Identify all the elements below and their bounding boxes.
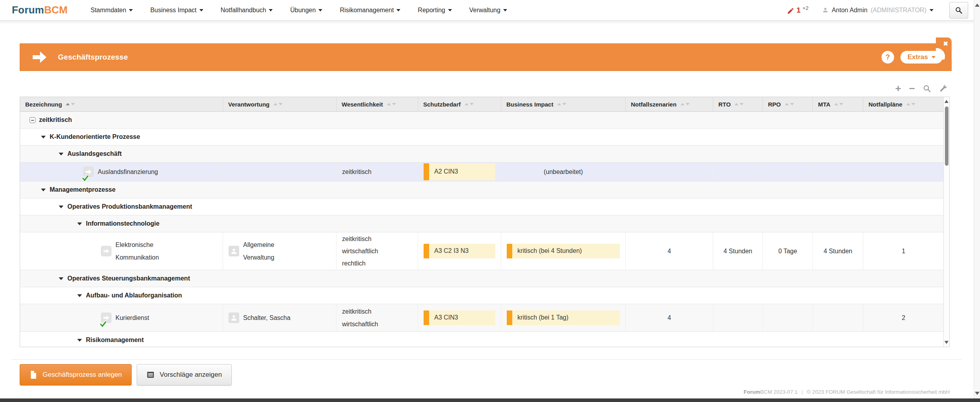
plus-icon: + (895, 84, 901, 92)
close-panel-button[interactable]: ✖ (936, 37, 952, 60)
menu-item-verwaltung[interactable]: Verwaltung (469, 7, 507, 14)
collapse-arrow-icon[interactable] (41, 136, 46, 138)
content-divider (12, 359, 962, 360)
business-impact-badge: kritisch (bei 1 Tag) (507, 310, 620, 325)
column-header-rpo[interactable]: RPO (763, 97, 813, 111)
tree-row-operatives-steuerungsbankmanagement[interactable]: Operatives Steuerungsbankmanagement (20, 270, 943, 287)
global-search-button[interactable] (949, 2, 968, 19)
sort-icons (681, 103, 690, 105)
cell-bezeichnung: Auslandsfinanzierung (20, 163, 223, 181)
schutzbedarf-badge: A3 C2 I3 N3 (424, 244, 495, 258)
process-icon (83, 166, 94, 177)
list-icon (147, 371, 154, 379)
scroll-down-icon[interactable] (975, 392, 980, 395)
chevron-down-icon (199, 9, 203, 11)
help-button[interactable]: ? (881, 51, 894, 64)
approved-check-icon (100, 319, 106, 326)
pending-edits-badge[interactable]: 1 +2 (787, 6, 808, 15)
menu-item-notfallhandbuch[interactable]: Notfallhandbuch (221, 7, 273, 14)
tree-row-managementprozesse[interactable]: Managementprozesse (20, 181, 943, 198)
column-header-notfallszenarien[interactable]: Notfallszenarien (626, 97, 713, 111)
schutzbedarf-badge: A3 CIN3 (424, 310, 495, 325)
collapse-arrow-icon[interactable] (59, 153, 63, 155)
cell-schutzbedarf: A2 CIN3 (418, 163, 501, 181)
process-row-kurierdienst[interactable]: Kurierdienst Schalter, Sascha zeitkritis… (20, 304, 943, 332)
sort-icons (834, 103, 843, 105)
chevron-down-icon (932, 56, 935, 58)
cell-rto (713, 304, 763, 331)
chevron-down-icon (269, 9, 273, 11)
tree-row-k-kundenorientierte-prozesse[interactable]: K-Kundenorientierte Prozesse (20, 129, 943, 146)
column-header-mta[interactable]: MTA (813, 97, 863, 111)
collapse-arrow-icon[interactable] (77, 339, 82, 342)
scroll-up-icon[interactable] (975, 4, 980, 7)
menu-item-business-impact[interactable]: Business Impact (150, 7, 203, 14)
app-logo[interactable]: ForumBCM (12, 4, 68, 16)
scrollbar-thumb[interactable] (945, 107, 948, 166)
column-header-schutzbedarf[interactable]: Schutzbedarf (418, 97, 501, 111)
collapse-arrow-icon[interactable] (41, 189, 46, 191)
group-row-zeitkritisch[interactable]: zeitkritisch (20, 112, 943, 129)
collapse-all-button[interactable]: − (909, 84, 915, 92)
logo-text-bcm: BCM (44, 4, 68, 16)
table-scrollbar[interactable] (943, 97, 949, 347)
column-header-verantwortung[interactable]: Verantwortung (223, 97, 337, 111)
expand-all-button[interactable]: + (895, 84, 901, 92)
scroll-down-icon[interactable] (945, 341, 948, 344)
collapse-arrow-icon[interactable] (77, 223, 82, 225)
wrench-icon (939, 84, 947, 93)
tree-row-auslandsgeschaeft[interactable]: Auslandsgeschäft (20, 146, 943, 163)
pencil-icon (787, 7, 794, 15)
table-header-row: Bezeichnung Verantwortung Wesentlichkeit… (20, 97, 943, 112)
collapse-arrow-icon[interactable] (77, 294, 82, 297)
cell-rpo (763, 304, 813, 331)
arrow-right-icon (31, 50, 48, 64)
create-process-button[interactable]: Geschäftsprozess anlegen (20, 364, 132, 385)
sort-icons (273, 103, 283, 105)
collapse-arrow-icon[interactable] (59, 277, 63, 280)
cell-business-impact: kritisch (bei 1 Tag) (501, 304, 626, 331)
sort-icons (735, 103, 744, 105)
cell-rpo: 0 Tage (763, 232, 813, 270)
tree-row-aufbau-und-ablauforganisation[interactable]: Aufbau- und Ablauforganisation (20, 287, 943, 304)
process-icon (101, 312, 112, 323)
column-header-rto[interactable]: RTO (713, 97, 763, 111)
collapse-arrow-icon[interactable] (59, 206, 63, 208)
tree-row-risikomanagement[interactable]: Risikomanagement (20, 332, 943, 347)
process-name: Elektronische Kommunikation (115, 239, 184, 263)
table-search-button[interactable] (923, 84, 931, 93)
tree-row-operatives-produktionsbankmanagement[interactable]: Operatives Produktionsbankmanagement (20, 198, 943, 215)
chevron-down-icon (396, 9, 400, 11)
menu-item-reporting[interactable]: Reporting (418, 7, 452, 14)
show-suggestions-button[interactable]: Vorschläge anzeigen (137, 364, 232, 385)
user-menu[interactable]: Anton Admin (ADMINISTRATOR) (822, 7, 934, 14)
scroll-up-icon[interactable] (945, 100, 948, 103)
user-icon (822, 7, 829, 13)
sort-icons (785, 103, 794, 105)
process-row-auslandsfinanzierung[interactable]: Auslandsfinanzierung zeitkritisch A2 CIN… (20, 163, 943, 181)
menu-item-risikomanagement[interactable]: Risikomanagement (340, 7, 400, 14)
person-icon (229, 312, 239, 323)
cell-notfallplaene: 1 (863, 232, 943, 270)
column-header-wesentlichkeit[interactable]: Wesentlichkeit (337, 97, 418, 111)
menu-item-stammdaten[interactable]: Stammdaten (91, 7, 133, 14)
cell-notfallplaene (863, 163, 943, 181)
menu-item-uebungen[interactable]: Übungen (290, 7, 322, 14)
business-process-table: Bezeichnung Verantwortung Wesentlichkeit… (20, 97, 950, 347)
tree-row-informationstechnologie[interactable]: Informationstechnologie (20, 215, 943, 232)
process-row-elektronische-kommunikation[interactable]: Elektronische Kommunikation Allgemeine V… (20, 232, 943, 270)
table-toolbar: + − (20, 82, 950, 95)
search-icon (955, 6, 963, 14)
table-settings-button[interactable] (939, 84, 947, 93)
cell-mta (813, 304, 863, 331)
cell-business-impact: kritisch (bei 4 Stunden) (501, 232, 626, 270)
column-header-bezeichnung[interactable]: Bezeichnung (20, 97, 223, 111)
search-icon (923, 84, 931, 93)
page-scrollbar[interactable] (974, 0, 980, 398)
column-header-notfallplaene[interactable]: Notfallpläne (863, 97, 943, 111)
help-icon: ? (886, 53, 890, 62)
column-header-business-impact[interactable]: Business Impact (501, 97, 626, 111)
schutzbedarf-badge: A2 CIN3 (424, 163, 495, 180)
cell-wesentlichkeit: zeitkritisch wirtschaftlich rechtlich (337, 232, 418, 270)
collapse-box-icon[interactable] (30, 117, 35, 123)
